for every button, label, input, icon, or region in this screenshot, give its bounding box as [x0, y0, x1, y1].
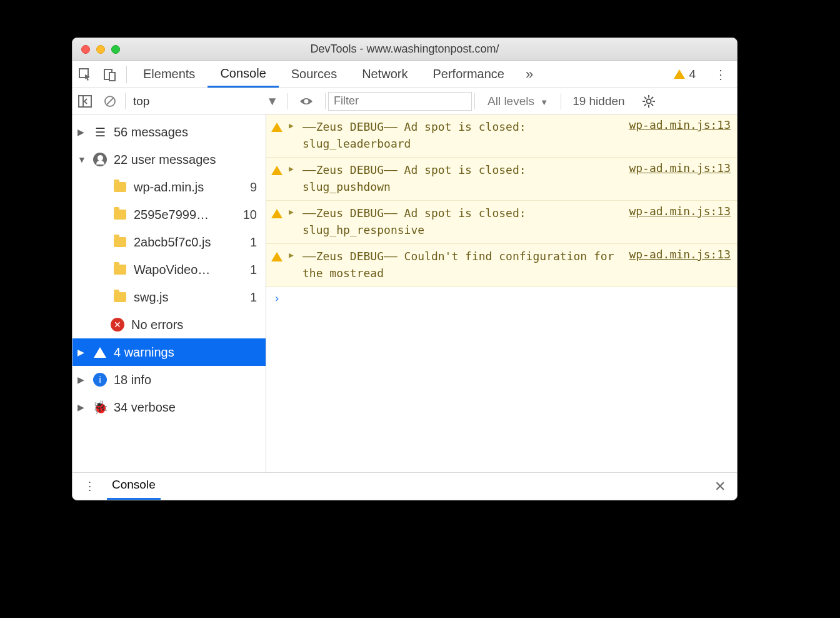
- chevron-down-icon: ▼: [266, 94, 278, 108]
- message-source-link[interactable]: wp-ad.min.js:13: [624, 161, 731, 195]
- console-message[interactable]: ▶ ––Zeus DEBUG–– Ad spot is closed: slug…: [266, 114, 737, 158]
- message-source-link[interactable]: wp-ad.min.js:13: [624, 205, 731, 238]
- console-messages: ▶ ––Zeus DEBUG–– Ad spot is closed: slug…: [266, 114, 737, 472]
- sidebar-item-warnings[interactable]: ▶ 4 warnings: [72, 338, 266, 366]
- close-drawer-icon[interactable]: ✕: [703, 479, 737, 495]
- svg-line-6: [106, 98, 114, 105]
- svg-line-16: [651, 97, 653, 99]
- warning-icon: [271, 248, 284, 281]
- context-selector[interactable]: top ▼: [128, 94, 284, 108]
- drawer-menu-button[interactable]: ⋮: [72, 479, 107, 494]
- svg-point-7: [304, 99, 309, 103]
- drawer-tab-console[interactable]: Console: [107, 478, 161, 500]
- console-body: ▶ ☰ 56 messages ▼ 22 user messages wp-ad…: [72, 114, 737, 472]
- message-text: ––Zeus DEBUG–– Ad spot is closed: slug_l…: [302, 118, 619, 152]
- sidebar-file-item[interactable]: 2595e7999… 10: [72, 201, 266, 228]
- info-icon: i: [92, 373, 108, 387]
- minimize-window-button[interactable]: [96, 45, 105, 54]
- divider: [126, 66, 127, 83]
- folder-icon: [112, 292, 128, 302]
- expand-arrow-icon: ▶: [78, 127, 86, 137]
- expand-arrow-icon: ▶: [78, 347, 86, 357]
- tab-network[interactable]: Network: [349, 61, 420, 88]
- svg-line-13: [644, 97, 646, 99]
- warning-icon: [271, 118, 284, 152]
- console-sidebar: ▶ ☰ 56 messages ▼ 22 user messages wp-ad…: [72, 114, 266, 472]
- warning-icon: [271, 205, 284, 238]
- settings-menu-button[interactable]: ⋮: [704, 67, 737, 82]
- filter-input[interactable]: [328, 92, 472, 111]
- svg-line-15: [644, 104, 646, 106]
- console-message[interactable]: ▶ ––Zeus DEBUG–– Couldn't find configura…: [266, 244, 737, 287]
- expand-arrow-icon: ▶: [78, 375, 86, 385]
- message-text: ––Zeus DEBUG–– Ad spot is closed: slug_p…: [302, 161, 619, 195]
- svg-line-14: [651, 104, 653, 106]
- filter-field[interactable]: [328, 92, 472, 111]
- sidebar-file-item[interactable]: wp-ad.min.js 9: [72, 173, 266, 201]
- main-tabbar: Elements Console Sources Network Perform…: [72, 61, 737, 88]
- inspect-element-icon[interactable]: [72, 61, 98, 88]
- console-message[interactable]: ▶ ––Zeus DEBUG–– Ad spot is closed: slug…: [266, 201, 737, 244]
- live-expression-icon[interactable]: [290, 96, 322, 106]
- svg-rect-2: [109, 73, 115, 81]
- sidebar-item-user-messages[interactable]: ▼ 22 user messages: [72, 146, 266, 173]
- expand-arrow-icon: ▶: [78, 402, 86, 412]
- sidebar-file-item[interactable]: WapoVideo… 1: [72, 256, 266, 283]
- device-toolbar-icon[interactable]: [98, 61, 122, 88]
- warning-count-badge[interactable]: 4: [674, 68, 704, 81]
- tabs-overflow-button[interactable]: »: [517, 66, 542, 83]
- devtools-window: DevTools - www.washingtonpost.com/ Eleme…: [72, 38, 738, 500]
- expand-arrow-icon[interactable]: ▶: [289, 205, 298, 238]
- folder-icon: [112, 182, 128, 192]
- tab-elements[interactable]: Elements: [131, 61, 208, 88]
- window-title: DevTools - www.washingtonpost.com/: [72, 43, 737, 56]
- warning-icon: [271, 161, 284, 195]
- sidebar-item-messages[interactable]: ▶ ☰ 56 messages: [72, 118, 266, 146]
- zoom-window-button[interactable]: [111, 45, 120, 54]
- message-text: ––Zeus DEBUG–– Ad spot is closed: slug_h…: [302, 205, 619, 238]
- warning-icon: [92, 347, 108, 358]
- warning-icon: [674, 69, 685, 79]
- expand-arrow-icon[interactable]: ▶: [289, 161, 298, 195]
- svg-point-8: [646, 99, 651, 103]
- sidebar-item-info[interactable]: ▶ i 18 info: [72, 366, 266, 393]
- tab-sources[interactable]: Sources: [279, 61, 349, 88]
- clear-console-icon[interactable]: [98, 94, 122, 108]
- console-prompt[interactable]: ›: [266, 287, 737, 310]
- folder-icon: [112, 265, 128, 275]
- titlebar: DevTools - www.washingtonpost.com/: [72, 38, 737, 61]
- sidebar-file-item[interactable]: swg.js 1: [72, 283, 266, 311]
- collapse-arrow-icon: ▼: [78, 154, 86, 165]
- log-levels-selector[interactable]: All levels ▼: [478, 94, 558, 108]
- console-message[interactable]: ▶ ––Zeus DEBUG–– Ad spot is closed: slug…: [266, 158, 737, 201]
- expand-arrow-icon[interactable]: ▶: [289, 118, 298, 152]
- message-text: ––Zeus DEBUG–– Couldn't find configurati…: [302, 248, 619, 281]
- warning-count: 4: [689, 68, 696, 81]
- tabs: Elements Console Sources Network Perform…: [131, 61, 517, 88]
- sidebar-item-errors[interactable]: ✕ No errors: [72, 311, 266, 338]
- message-source-link[interactable]: wp-ad.min.js:13: [624, 118, 731, 152]
- console-settings-icon[interactable]: [634, 95, 664, 108]
- bug-icon: 🐞: [92, 400, 108, 415]
- message-source-link[interactable]: wp-ad.min.js:13: [624, 248, 731, 281]
- hidden-count[interactable]: 19 hidden: [564, 94, 633, 108]
- traffic-lights: [72, 45, 120, 54]
- folder-icon: [112, 237, 128, 247]
- context-name: top: [133, 94, 149, 108]
- sidebar-item-verbose[interactable]: ▶ 🐞 34 verbose: [72, 393, 266, 421]
- tab-performance[interactable]: Performance: [421, 61, 518, 88]
- close-window-button[interactable]: [81, 45, 90, 54]
- drawer: ⋮ Console ✕: [72, 472, 737, 500]
- error-icon: ✕: [110, 318, 125, 332]
- toggle-sidebar-icon[interactable]: [72, 95, 98, 108]
- sidebar-file-item[interactable]: 2abcb5f7c0.js 1: [72, 228, 266, 256]
- console-toolbar: top ▼ All levels ▼ 19 hidden: [72, 88, 737, 114]
- tab-console[interactable]: Console: [208, 61, 278, 88]
- folder-icon: [112, 210, 128, 220]
- list-icon: ☰: [92, 125, 108, 139]
- user-icon: [92, 153, 108, 166]
- expand-arrow-icon[interactable]: ▶: [289, 248, 298, 281]
- chevron-down-icon: ▼: [538, 98, 548, 107]
